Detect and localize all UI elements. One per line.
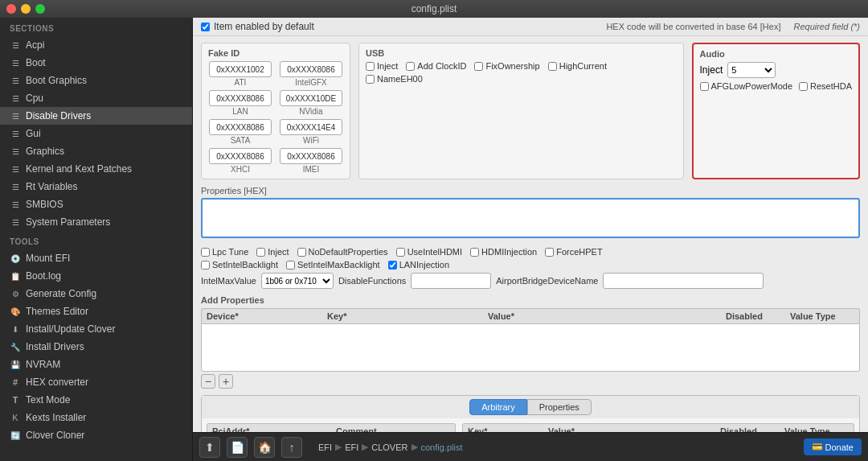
sidebar-item-gui[interactable]: Gui [0,125,192,142]
close-button[interactable] [6,4,16,14]
add-property-button[interactable]: + [219,374,233,389]
fake-id-ati-input[interactable] [209,61,272,77]
sidebar-item-disable-drivers[interactable]: Disable Drivers [0,107,192,125]
cb-lpc-tune-input[interactable] [201,248,210,257]
right-col-empty [709,426,720,432]
bottom-toolbar: ⬆ 📄 🏠 ↑ EFI ▶ EFI ▶ CLOVER ▶ config.plis… [193,432,868,461]
tab-arbitrary[interactable]: Arbitrary [469,399,527,415]
usb-fixownership[interactable]: FixOwnership [474,61,539,71]
remove-property-button[interactable]: − [201,374,215,389]
audio-afg[interactable]: AFGLowPowerMode [700,81,793,91]
cb-setintelmaxbacklight-input[interactable] [286,261,295,270]
sidebar-item-text-mode[interactable]: Text Mode [0,391,192,409]
sidebar-item-mount-efi[interactable]: Mount EFI [0,249,192,267]
cb-hdmi-injection[interactable]: HDMIInjection [470,247,537,257]
item-enabled-checkbox[interactable] [201,23,210,31]
sidebar-item-clover-cloner[interactable]: Clover Cloner [0,426,192,444]
sidebar-item-boot[interactable]: Boot [0,54,192,72]
cb-setintelbacklight-input[interactable] [201,261,210,270]
fake-id-wifi-input[interactable] [280,119,342,135]
sidebar-label-cpu: Cpu [26,93,43,104]
usb-highcurrent[interactable]: HighCurrent [548,61,607,71]
usb-add-clockid[interactable]: Add ClockID [406,61,466,71]
sidebar-item-themes-editor[interactable]: Themes Editor [0,303,192,320]
sidebar-item-cpu[interactable]: Cpu [0,89,192,107]
cb-useintelhdmi-label: UseIntelHDMI [407,247,462,257]
minimize-button[interactable] [21,4,31,14]
tab-properties[interactable]: Properties [527,399,592,415]
fake-id-lan-input[interactable] [209,90,272,106]
usb-nameeh00[interactable]: NameEH00 [366,74,423,84]
cb-setintelbacklight[interactable]: SetIntelBacklight [201,260,278,270]
sidebar-label-themes-editor: Themes Editor [26,306,88,317]
fake-id-imei-input[interactable] [280,148,342,164]
toolbar-btn-upload[interactable]: ⬆ [199,437,220,458]
fake-id-wifi-label: WiFi [303,136,319,145]
sidebar-item-smbios[interactable]: SMBIOS [0,196,192,213]
sidebar-item-generate-config[interactable]: Generate Config [0,285,192,303]
usb-fixownership-checkbox[interactable] [474,62,483,71]
usb-highcurrent-checkbox[interactable] [548,62,557,71]
fake-id-ati-label: ATI [235,78,247,87]
cb-nodefault-input[interactable] [297,248,306,257]
cb-forcehpet[interactable]: ForceHPET [545,247,602,257]
usb-add-clockid-label: Add ClockID [417,61,466,71]
cb-inject[interactable]: Inject [256,247,289,257]
toolbar-btn-home[interactable]: 🏠 [254,437,275,458]
audio-inject-select[interactable]: 5 [727,62,776,78]
fake-id-sata-input[interactable] [209,119,272,135]
sidebar-item-hex-converter[interactable]: HEX converter [0,373,192,391]
sidebar-item-install-drivers[interactable]: Install Drivers [0,338,192,356]
sidebar-item-graphics[interactable]: Graphics [0,142,192,160]
sidebar-item-boot-graphics[interactable]: Boot Graphics [0,72,192,89]
cb-useintelhdmi-input[interactable] [396,248,405,257]
airport-input[interactable] [603,273,764,289]
right-pane: Key* Value* Disabled Value Type − + [462,423,854,432]
sidebar-item-install-clover[interactable]: Install/Update Clover [0,320,192,338]
sidebar-item-system-parameters[interactable]: System Parameters [0,213,192,231]
intelmax-select[interactable]: 1b06 or 0x710 [261,273,334,289]
sidebar-item-acpi[interactable]: Acpi [0,36,192,54]
usb-nameeh00-checkbox[interactable] [366,75,375,84]
cb-hdmi-injection-input[interactable] [470,248,479,257]
required-field: Required field (*) [793,22,860,31]
toolbar-btn-file[interactable]: 📄 [227,437,248,458]
sidebar-label-kernel-kext: Kernel and Kext Patches [26,163,132,175]
usb-inject[interactable]: Inject [366,61,398,71]
right-col-disabled: Disabled [720,426,784,432]
fake-id-xhci-input[interactable] [209,148,272,164]
properties-textarea[interactable] [201,198,860,238]
audio-resethda-checkbox[interactable] [799,82,808,91]
sidebar-item-nvram[interactable]: NVRAM [0,356,192,373]
sidebar-label-smbios: SMBIOS [26,199,63,210]
sidebar-item-kernel-kext[interactable]: Kernel and Kext Patches [0,160,192,178]
window-controls [6,4,45,14]
fake-id-intelgfx-input[interactable] [280,61,342,77]
cb-laninjection[interactable]: LANInjection [388,260,449,270]
cb-laninjection-input[interactable] [388,261,397,270]
sidebar-item-boot-log[interactable]: Boot.log [0,267,192,285]
audio-resethda[interactable]: ResetHDA [799,81,852,91]
cb-useintelhdmi[interactable]: UseIntelHDMI [396,247,462,257]
usb-inject-checkbox[interactable] [366,62,375,71]
maximize-button[interactable] [35,4,45,14]
fake-id-nvidia-input[interactable] [280,90,342,106]
cb-forcehpet-label: ForceHPET [556,247,602,257]
sidebar-item-kexts-installer[interactable]: Kexts Installer [0,409,192,426]
disable-functions-input[interactable] [411,273,491,289]
usb-add-clockid-checkbox[interactable] [406,62,415,71]
cb-inject-input[interactable] [256,248,265,257]
cb-forcehpet-input[interactable] [545,248,554,257]
sidebar-label-install-drivers: Install Drivers [26,341,84,352]
donate-button[interactable]: 💳 Donate [804,438,862,455]
cb-lpc-tune[interactable]: Lpc Tune [201,247,248,257]
cb-nodefault[interactable]: NoDefaultProperties [297,247,388,257]
audio-afg-checkbox[interactable] [700,82,709,91]
right-col-key: Key* [468,426,548,432]
sidebar-item-rt-variables[interactable]: Rt Variables [0,178,192,196]
toolbar-btn-share[interactable]: ↑ [281,437,302,458]
disable-functions-label: DisableFunctions [338,276,406,286]
cb-setintelmaxbacklight[interactable]: SetIntelMaxBacklight [286,260,380,270]
usb-nameeh00-label: NameEH00 [377,74,423,84]
fake-id-lan-label: LAN [232,107,248,116]
